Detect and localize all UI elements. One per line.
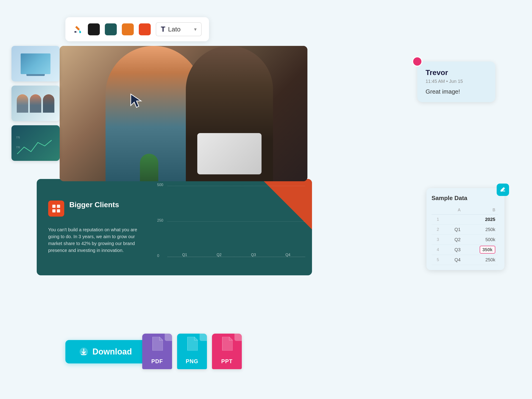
highlighted-cell[interactable]: 350k (480, 246, 495, 253)
row-5-b: 250k (463, 255, 498, 265)
bar-q4: Q4 (273, 252, 303, 257)
table-row: 3 Q2 500k (431, 235, 498, 245)
chart-area: 500 250 0 Q1 (152, 179, 312, 275)
font-name: Lato (168, 26, 191, 33)
row-1-b: 2025 (463, 215, 498, 225)
thumbnail-laptop[interactable] (12, 46, 60, 82)
grid-label-500: 500 (157, 183, 163, 187)
row-1-num: 1 (431, 215, 444, 225)
comment-author: Trevor (425, 68, 487, 77)
ppt-badge[interactable]: PPT (212, 334, 242, 369)
row-2-b: 250k (463, 225, 498, 235)
file-icon-png (186, 337, 198, 351)
mini-person-2 (30, 94, 41, 113)
table-row: 1 2025 (431, 215, 498, 225)
bar-q2-label: Q2 (216, 253, 221, 257)
color-swatch-black[interactable] (88, 23, 100, 35)
bar-q1-label: Q1 (182, 253, 187, 257)
bar-q2: Q2 (204, 252, 234, 257)
pdf-badge[interactable]: PDF (142, 334, 172, 369)
row-3-num: 3 (431, 235, 444, 245)
comment-time: 11:45 AM • Jun 15 (425, 79, 487, 84)
color-swatch-teal[interactable] (105, 23, 117, 35)
comment-dot (412, 57, 422, 67)
slide-content: Bigger Clients You can't build a reputat… (37, 179, 152, 275)
table-header-row: A B (431, 206, 498, 215)
paint-bucket-icon[interactable] (73, 24, 83, 34)
thumbnail-meeting[interactable] (12, 86, 60, 121)
svg-rect-6 (52, 205, 56, 208)
download-label: Download (92, 347, 132, 357)
svg-marker-5 (131, 94, 141, 107)
file-icon-ppt (221, 337, 233, 351)
pdf-label: PDF (152, 358, 163, 365)
bar-q3-label: Q3 (251, 253, 256, 257)
sample-data-panel: Sample Data A B 1 2025 2 Q1 250k (426, 188, 505, 270)
download-icon (79, 347, 88, 356)
hero-image (60, 46, 307, 181)
meeting-thumb-content (12, 86, 60, 121)
svg-text:775: 775 (16, 136, 20, 139)
color-swatch-red[interactable] (139, 23, 151, 35)
file-badges: PDF PNG PPT (142, 334, 242, 369)
font-selector[interactable]: T Lato ▾ (156, 22, 202, 36)
hero-laptop-element (197, 133, 261, 174)
grid-label-250: 250 (157, 218, 163, 222)
col-header-a: A (444, 206, 463, 215)
bar-q1: Q1 (170, 252, 200, 257)
bar-q3: Q3 (239, 252, 268, 257)
ppt-label: PPT (221, 358, 233, 365)
svg-rect-8 (52, 209, 56, 212)
sample-data-title: Sample Data (431, 195, 467, 202)
chevron-down-icon: ▾ (194, 26, 196, 32)
col-header-b: B (463, 206, 498, 215)
laptop-mini-icon (21, 53, 51, 74)
file-icon-pdf (152, 337, 163, 351)
mini-person-3 (43, 94, 54, 113)
mini-person-1 (17, 94, 28, 113)
font-t-icon: T (161, 25, 165, 33)
svg-point-2 (75, 31, 76, 32)
slide-description: You can't build a reputation on what you… (48, 226, 140, 254)
comment-text: Great image! (425, 88, 487, 95)
row-4-a: Q3 (444, 245, 463, 255)
row-5-num: 5 (431, 255, 444, 265)
svg-text:770: 770 (16, 146, 20, 149)
hero-plant (140, 154, 158, 181)
slide-title: Bigger Clients (69, 201, 119, 209)
sample-data-header: Sample Data (431, 195, 498, 202)
grid-label-0: 0 (157, 254, 159, 258)
svg-rect-9 (57, 209, 60, 212)
table-row: 5 Q4 250k (431, 255, 498, 265)
row-5-a: Q4 (444, 255, 463, 265)
color-swatch-orange[interactable] (122, 23, 134, 35)
table-row: 4 Q3 350k (431, 245, 498, 255)
slide-icon (48, 201, 64, 217)
row-2-num: 2 (431, 225, 444, 235)
comment-bubble: Trevor 11:45 AM • Jun 15 Great image! (417, 62, 495, 102)
col-header-num (431, 206, 444, 215)
svg-marker-0 (75, 26, 80, 31)
color-toolbar: T Lato ▾ (65, 17, 209, 41)
thumbnail-chart[interactable]: 775 770 (12, 125, 60, 161)
row-1-a (444, 215, 463, 225)
table-row: 2 Q1 250k (431, 225, 498, 235)
png-badge[interactable]: PNG (177, 334, 207, 369)
edit-button[interactable] (497, 184, 509, 196)
cursor-icon (128, 92, 147, 110)
hero-background (60, 46, 307, 181)
svg-rect-7 (57, 205, 60, 208)
row-2-a: Q1 (444, 225, 463, 235)
download-button[interactable]: Download (65, 340, 146, 363)
dark-slide: Bigger Clients You can't build a reputat… (37, 179, 312, 275)
row-4-num: 4 (431, 245, 444, 255)
bars-container: Q1 Q2 Q3 Q4 (167, 186, 305, 257)
row-3-b: 500k (463, 235, 498, 245)
bar-q4-label: Q4 (285, 253, 290, 257)
data-table: A B 1 2025 2 Q1 250k 3 Q2 500k (431, 206, 498, 265)
row-4-b-highlight[interactable]: 350k (463, 245, 498, 255)
thumbnail-sidebar: 775 770 (12, 46, 60, 161)
row-3-a: Q2 (444, 235, 463, 245)
png-label: PNG (186, 358, 198, 365)
scene: T Lato ▾ 775 770 (0, 0, 532, 399)
